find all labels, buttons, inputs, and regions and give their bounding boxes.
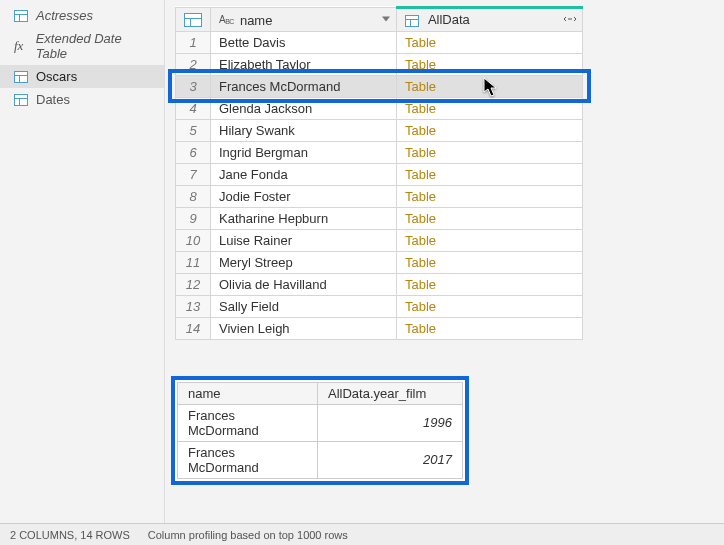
table-link[interactable]: Table <box>405 35 436 50</box>
main-area: name AllData 1Bette DavisTable2Elizabeth… <box>165 0 724 523</box>
column-header-label: name <box>240 13 273 28</box>
status-profiling: Column profiling based on top 1000 rows <box>148 529 348 541</box>
table-link[interactable]: Table <box>405 321 436 336</box>
cell-alldata[interactable]: Table <box>397 185 583 207</box>
cell-alldata[interactable]: Table <box>397 295 583 317</box>
row-index[interactable]: 3 <box>176 75 211 97</box>
table-link[interactable]: Table <box>405 233 436 248</box>
query-label: Actresses <box>36 8 93 23</box>
table-link[interactable]: Table <box>405 145 436 160</box>
table-link[interactable]: Table <box>405 101 436 116</box>
cell-name[interactable]: Ingrid Bergman <box>211 141 397 163</box>
cell-alldata[interactable]: Table <box>397 229 583 251</box>
table-row[interactable]: 3Frances McDormandTable <box>176 75 583 97</box>
table-row[interactable]: 8Jodie FosterTable <box>176 185 583 207</box>
chevron-down-icon[interactable] <box>382 17 390 22</box>
cell-name[interactable]: Olivia de Havilland <box>211 273 397 295</box>
grid-corner[interactable] <box>176 8 211 32</box>
fx-icon: fx <box>14 38 28 54</box>
text-type-icon <box>219 15 234 25</box>
column-header-alldata[interactable]: AllData <box>397 8 583 32</box>
preview-cell-name[interactable]: Frances McDormand <box>178 441 318 478</box>
cell-name[interactable]: Glenda Jackson <box>211 97 397 119</box>
column-header-name[interactable]: name <box>211 8 397 32</box>
table-link[interactable]: Table <box>405 167 436 182</box>
query-label: Oscars <box>36 69 77 84</box>
queries-sidebar: Actresses fx Extended Date Table Oscars … <box>0 0 165 523</box>
row-index[interactable]: 1 <box>176 31 211 53</box>
cell-name[interactable]: Jane Fonda <box>211 163 397 185</box>
table-row[interactable]: 14Vivien LeighTable <box>176 317 583 339</box>
query-item-extended-date-table[interactable]: fx Extended Date Table <box>0 27 164 65</box>
cell-name[interactable]: Meryl Streep <box>211 251 397 273</box>
preview-table[interactable]: name AllData.year_film Frances McDormand… <box>177 382 463 479</box>
table-link[interactable]: Table <box>405 57 436 72</box>
table-row[interactable]: 5Hilary SwankTable <box>176 119 583 141</box>
row-index[interactable]: 12 <box>176 273 211 295</box>
cell-alldata[interactable]: Table <box>397 317 583 339</box>
table-row[interactable]: 9Katharine HepburnTable <box>176 207 583 229</box>
table-row[interactable]: 12Olivia de HavillandTable <box>176 273 583 295</box>
preview-header-year[interactable]: AllData.year_film <box>318 382 463 404</box>
table-row[interactable]: 6Ingrid BergmanTable <box>176 141 583 163</box>
cell-alldata[interactable]: Table <box>397 97 583 119</box>
row-index[interactable]: 14 <box>176 317 211 339</box>
table-link[interactable]: Table <box>405 255 436 270</box>
cell-name[interactable]: Elizabeth Taylor <box>211 53 397 75</box>
preview-panel: name AllData.year_film Frances McDormand… <box>175 380 465 481</box>
table-row[interactable]: 1Bette DavisTable <box>176 31 583 53</box>
cell-alldata[interactable]: Table <box>397 273 583 295</box>
table-link[interactable]: Table <box>405 79 436 94</box>
table-row[interactable]: 10Luise RainerTable <box>176 229 583 251</box>
row-index[interactable]: 4 <box>176 97 211 119</box>
row-index[interactable]: 7 <box>176 163 211 185</box>
expand-icon[interactable] <box>563 14 577 26</box>
row-index[interactable]: 10 <box>176 229 211 251</box>
column-header-label: AllData <box>428 12 470 27</box>
table-row[interactable]: 11Meryl StreepTable <box>176 251 583 273</box>
preview-row[interactable]: Frances McDormand2017 <box>178 441 463 478</box>
cell-name[interactable]: Bette Davis <box>211 31 397 53</box>
cell-alldata[interactable]: Table <box>397 141 583 163</box>
query-item-oscars[interactable]: Oscars <box>0 65 164 88</box>
preview-header-name[interactable]: name <box>178 382 318 404</box>
cell-name[interactable]: Katharine Hepburn <box>211 207 397 229</box>
preview-cell-year[interactable]: 2017 <box>318 441 463 478</box>
table-link[interactable]: Table <box>405 123 436 138</box>
row-index[interactable]: 13 <box>176 295 211 317</box>
preview-row[interactable]: Frances McDormand1996 <box>178 404 463 441</box>
cell-name[interactable]: Sally Field <box>211 295 397 317</box>
table-row[interactable]: 2Elizabeth TaylorTable <box>176 53 583 75</box>
preview-cell-name[interactable]: Frances McDormand <box>178 404 318 441</box>
data-grid[interactable]: name AllData 1Bette DavisTable2Elizabeth… <box>175 6 583 340</box>
cell-alldata[interactable]: Table <box>397 31 583 53</box>
table-link[interactable]: Table <box>405 299 436 314</box>
table-link[interactable]: Table <box>405 189 436 204</box>
row-index[interactable]: 9 <box>176 207 211 229</box>
row-index[interactable]: 8 <box>176 185 211 207</box>
cell-name[interactable]: Luise Rainer <box>211 229 397 251</box>
preview-cell-year[interactable]: 1996 <box>318 404 463 441</box>
table-link[interactable]: Table <box>405 211 436 226</box>
cell-alldata[interactable]: Table <box>397 119 583 141</box>
row-index[interactable]: 11 <box>176 251 211 273</box>
cell-alldata[interactable]: Table <box>397 75 583 97</box>
table-row[interactable]: 13Sally FieldTable <box>176 295 583 317</box>
query-item-dates[interactable]: Dates <box>0 88 164 111</box>
table-row[interactable]: 7Jane FondaTable <box>176 163 583 185</box>
table-icon <box>405 15 419 27</box>
cell-name[interactable]: Vivien Leigh <box>211 317 397 339</box>
cell-name[interactable]: Hilary Swank <box>211 119 397 141</box>
row-index[interactable]: 6 <box>176 141 211 163</box>
cell-alldata[interactable]: Table <box>397 207 583 229</box>
cell-name[interactable]: Jodie Foster <box>211 185 397 207</box>
cell-name[interactable]: Frances McDormand <box>211 75 397 97</box>
table-row[interactable]: 4Glenda JacksonTable <box>176 97 583 119</box>
row-index[interactable]: 5 <box>176 119 211 141</box>
table-link[interactable]: Table <box>405 277 436 292</box>
cell-alldata[interactable]: Table <box>397 163 583 185</box>
query-item-actresses[interactable]: Actresses <box>0 4 164 27</box>
cell-alldata[interactable]: Table <box>397 251 583 273</box>
row-index[interactable]: 2 <box>176 53 211 75</box>
cell-alldata[interactable]: Table <box>397 53 583 75</box>
